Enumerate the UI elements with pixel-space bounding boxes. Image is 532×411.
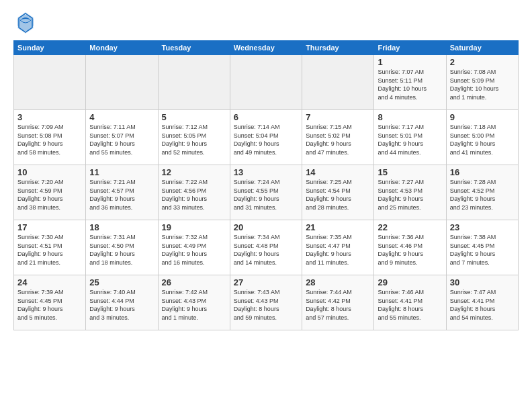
day-number: 4	[89, 112, 154, 122]
calendar-cell: 12Sunrise: 7:22 AM Sunset: 4:56 PM Dayli…	[158, 165, 230, 220]
header-sunday: Sunday	[14, 41, 86, 55]
calendar-body: 1Sunrise: 7:07 AM Sunset: 5:11 PM Daylig…	[14, 55, 519, 330]
day-info: Sunrise: 7:47 AM Sunset: 4:41 PM Dayligh…	[450, 288, 515, 322]
day-number: 23	[450, 222, 515, 232]
calendar-cell: 6Sunrise: 7:14 AM Sunset: 5:04 PM Daylig…	[230, 110, 302, 165]
page-header	[13, 11, 519, 35]
day-info: Sunrise: 7:12 AM Sunset: 5:05 PM Dayligh…	[162, 123, 226, 156]
calendar-cell: 7Sunrise: 7:15 AM Sunset: 5:02 PM Daylig…	[302, 110, 374, 165]
day-info: Sunrise: 7:11 AM Sunset: 5:07 PM Dayligh…	[89, 123, 154, 156]
calendar-header: SundayMondayTuesdayWednesdayThursdayFrid…	[14, 41, 519, 55]
day-info: Sunrise: 7:39 AM Sunset: 4:45 PM Dayligh…	[17, 288, 82, 322]
week-row-3: 17Sunrise: 7:30 AM Sunset: 4:51 PM Dayli…	[14, 220, 519, 275]
day-number: 17	[17, 222, 82, 232]
day-info: Sunrise: 7:09 AM Sunset: 5:08 PM Dayligh…	[17, 123, 82, 156]
calendar-cell: 14Sunrise: 7:25 AM Sunset: 4:54 PM Dayli…	[302, 165, 374, 220]
calendar-cell: 25Sunrise: 7:40 AM Sunset: 4:44 PM Dayli…	[86, 275, 158, 330]
calendar-cell: 10Sunrise: 7:20 AM Sunset: 4:59 PM Dayli…	[14, 165, 86, 220]
day-number: 11	[89, 167, 154, 177]
day-info: Sunrise: 7:15 AM Sunset: 5:02 PM Dayligh…	[306, 123, 370, 156]
calendar-cell: 11Sunrise: 7:21 AM Sunset: 4:57 PM Dayli…	[86, 165, 158, 220]
day-number: 6	[234, 112, 298, 122]
day-info: Sunrise: 7:42 AM Sunset: 4:43 PM Dayligh…	[162, 288, 226, 322]
day-info: Sunrise: 7:44 AM Sunset: 4:42 PM Dayligh…	[306, 288, 370, 322]
day-info: Sunrise: 7:27 AM Sunset: 4:53 PM Dayligh…	[378, 178, 442, 212]
week-row-0: 1Sunrise: 7:07 AM Sunset: 5:11 PM Daylig…	[14, 55, 519, 110]
week-row-1: 3Sunrise: 7:09 AM Sunset: 5:08 PM Daylig…	[14, 110, 519, 165]
calendar-cell: 29Sunrise: 7:46 AM Sunset: 4:41 PM Dayli…	[374, 275, 446, 330]
day-number: 27	[234, 277, 298, 287]
day-info: Sunrise: 7:43 AM Sunset: 4:43 PM Dayligh…	[234, 288, 298, 322]
day-number: 15	[378, 167, 442, 177]
calendar-cell	[14, 55, 86, 110]
calendar-cell: 24Sunrise: 7:39 AM Sunset: 4:45 PM Dayli…	[14, 275, 86, 330]
calendar-cell: 8Sunrise: 7:17 AM Sunset: 5:01 PM Daylig…	[374, 110, 446, 165]
week-row-2: 10Sunrise: 7:20 AM Sunset: 4:59 PM Dayli…	[14, 165, 519, 220]
day-info: Sunrise: 7:31 AM Sunset: 4:50 PM Dayligh…	[89, 233, 154, 267]
day-number: 7	[306, 112, 370, 122]
header-thursday: Thursday	[302, 41, 374, 55]
day-info: Sunrise: 7:32 AM Sunset: 4:49 PM Dayligh…	[162, 233, 226, 267]
calendar-cell: 26Sunrise: 7:42 AM Sunset: 4:43 PM Dayli…	[158, 275, 230, 330]
day-number: 16	[450, 167, 515, 177]
calendar-cell: 3Sunrise: 7:09 AM Sunset: 5:08 PM Daylig…	[14, 110, 86, 165]
calendar-cell: 27Sunrise: 7:43 AM Sunset: 4:43 PM Dayli…	[230, 275, 302, 330]
day-info: Sunrise: 7:07 AM Sunset: 5:11 PM Dayligh…	[378, 68, 442, 101]
calendar-cell: 1Sunrise: 7:07 AM Sunset: 5:11 PM Daylig…	[374, 55, 446, 110]
day-number: 2	[450, 57, 515, 67]
day-info: Sunrise: 7:46 AM Sunset: 4:41 PM Dayligh…	[378, 288, 442, 322]
day-info: Sunrise: 7:14 AM Sunset: 5:04 PM Dayligh…	[234, 123, 298, 156]
week-row-4: 24Sunrise: 7:39 AM Sunset: 4:45 PM Dayli…	[14, 275, 519, 330]
calendar-cell: 28Sunrise: 7:44 AM Sunset: 4:42 PM Dayli…	[302, 275, 374, 330]
day-info: Sunrise: 7:08 AM Sunset: 5:09 PM Dayligh…	[450, 68, 515, 101]
calendar-cell: 19Sunrise: 7:32 AM Sunset: 4:49 PM Dayli…	[158, 220, 230, 275]
day-number: 5	[162, 112, 226, 122]
day-info: Sunrise: 7:30 AM Sunset: 4:51 PM Dayligh…	[17, 233, 82, 267]
logo-icon	[13, 11, 38, 35]
day-info: Sunrise: 7:36 AM Sunset: 4:46 PM Dayligh…	[378, 233, 442, 267]
day-number: 19	[162, 222, 226, 232]
day-number: 28	[306, 277, 370, 287]
day-number: 8	[378, 112, 442, 122]
calendar-cell	[158, 55, 230, 110]
day-info: Sunrise: 7:18 AM Sunset: 5:00 PM Dayligh…	[450, 123, 515, 156]
calendar-cell: 9Sunrise: 7:18 AM Sunset: 5:00 PM Daylig…	[446, 110, 518, 165]
calendar-cell	[230, 55, 302, 110]
day-info: Sunrise: 7:22 AM Sunset: 4:56 PM Dayligh…	[162, 178, 226, 212]
calendar-cell: 23Sunrise: 7:38 AM Sunset: 4:45 PM Dayli…	[446, 220, 518, 275]
day-info: Sunrise: 7:25 AM Sunset: 4:54 PM Dayligh…	[306, 178, 370, 212]
calendar-cell: 2Sunrise: 7:08 AM Sunset: 5:09 PM Daylig…	[446, 55, 518, 110]
calendar-cell: 4Sunrise: 7:11 AM Sunset: 5:07 PM Daylig…	[86, 110, 158, 165]
day-number: 13	[234, 167, 298, 177]
calendar-cell	[86, 55, 158, 110]
calendar-cell: 18Sunrise: 7:31 AM Sunset: 4:50 PM Dayli…	[86, 220, 158, 275]
calendar-cell: 5Sunrise: 7:12 AM Sunset: 5:05 PM Daylig…	[158, 110, 230, 165]
header-monday: Monday	[86, 41, 158, 55]
calendar-cell: 21Sunrise: 7:35 AM Sunset: 4:47 PM Dayli…	[302, 220, 374, 275]
day-info: Sunrise: 7:20 AM Sunset: 4:59 PM Dayligh…	[17, 178, 82, 212]
logo	[13, 11, 40, 35]
header-row: SundayMondayTuesdayWednesdayThursdayFrid…	[14, 41, 519, 55]
calendar-cell	[302, 55, 374, 110]
day-info: Sunrise: 7:17 AM Sunset: 5:01 PM Dayligh…	[378, 123, 442, 156]
calendar-table: SundayMondayTuesdayWednesdayThursdayFrid…	[13, 40, 519, 330]
day-number: 30	[450, 277, 515, 287]
day-info: Sunrise: 7:28 AM Sunset: 4:52 PM Dayligh…	[450, 178, 515, 212]
header-friday: Friday	[374, 41, 446, 55]
day-info: Sunrise: 7:40 AM Sunset: 4:44 PM Dayligh…	[89, 288, 154, 322]
day-info: Sunrise: 7:35 AM Sunset: 4:47 PM Dayligh…	[306, 233, 370, 267]
day-number: 14	[306, 167, 370, 177]
day-number: 10	[17, 167, 82, 177]
calendar-cell: 16Sunrise: 7:28 AM Sunset: 4:52 PM Dayli…	[446, 165, 518, 220]
day-number: 25	[89, 277, 154, 287]
calendar-cell: 17Sunrise: 7:30 AM Sunset: 4:51 PM Dayli…	[14, 220, 86, 275]
header-wednesday: Wednesday	[230, 41, 302, 55]
day-number: 3	[17, 112, 82, 122]
header-saturday: Saturday	[446, 41, 518, 55]
day-number: 1	[378, 57, 442, 67]
header-tuesday: Tuesday	[158, 41, 230, 55]
day-info: Sunrise: 7:21 AM Sunset: 4:57 PM Dayligh…	[89, 178, 154, 212]
day-number: 29	[378, 277, 442, 287]
day-number: 12	[162, 167, 226, 177]
calendar-cell: 30Sunrise: 7:47 AM Sunset: 4:41 PM Dayli…	[446, 275, 518, 330]
